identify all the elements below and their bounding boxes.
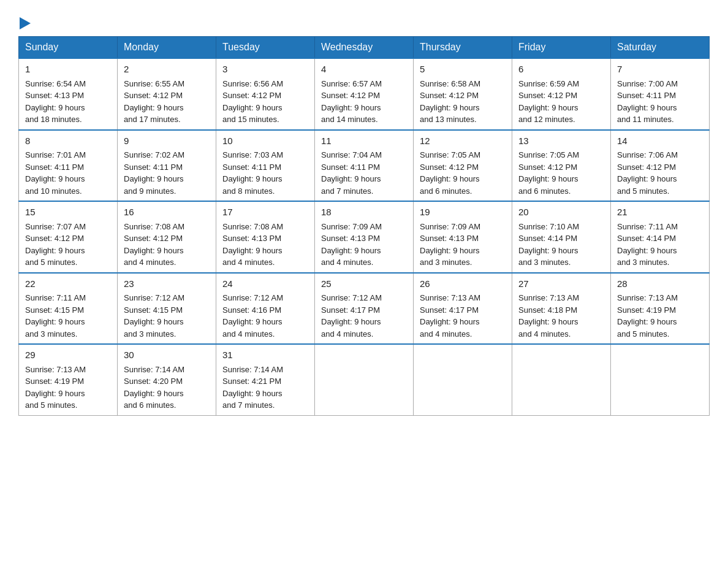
calendar-cell: 9 Sunrise: 7:02 AMSunset: 4:11 PMDayligh…: [118, 130, 216, 202]
calendar-cell: 15 Sunrise: 7:07 AMSunset: 4:12 PMDaylig…: [19, 201, 118, 273]
calendar-cell: 30 Sunrise: 7:14 AMSunset: 4:20 PMDaylig…: [118, 344, 216, 415]
day-info: Sunrise: 6:55 AMSunset: 4:12 PMDaylight:…: [124, 79, 184, 124]
calendar-cell: 12 Sunrise: 7:05 AMSunset: 4:12 PMDaylig…: [414, 130, 512, 202]
day-number: 2: [124, 63, 210, 77]
day-info: Sunrise: 7:05 AMSunset: 4:12 PMDaylight:…: [518, 150, 579, 196]
calendar-cell: 11 Sunrise: 7:04 AMSunset: 4:11 PMDaylig…: [315, 130, 414, 202]
day-info: Sunrise: 7:12 AMSunset: 4:17 PMDaylight:…: [321, 293, 382, 339]
weekday-header-friday: Friday: [512, 37, 611, 59]
day-number: 20: [518, 205, 604, 220]
day-number: 21: [617, 205, 703, 220]
day-info: Sunrise: 6:54 AMSunset: 4:13 PMDaylight:…: [25, 79, 86, 124]
day-info: Sunrise: 7:09 AMSunset: 4:13 PMDaylight:…: [321, 222, 382, 267]
calendar-cell: 8 Sunrise: 7:01 AMSunset: 4:11 PMDayligh…: [19, 130, 118, 202]
week-row-1: 1 Sunrise: 6:54 AMSunset: 4:13 PMDayligh…: [19, 58, 710, 130]
calendar-cell: 3 Sunrise: 6:56 AMSunset: 4:12 PMDayligh…: [216, 58, 315, 130]
week-row-5: 29 Sunrise: 7:13 AMSunset: 4:19 PMDaylig…: [19, 344, 710, 415]
weekday-header-thursday: Thursday: [414, 37, 512, 59]
day-info: Sunrise: 7:14 AMSunset: 4:21 PMDaylight:…: [222, 365, 283, 410]
week-row-4: 22 Sunrise: 7:11 AMSunset: 4:15 PMDaylig…: [19, 273, 710, 345]
week-row-2: 8 Sunrise: 7:01 AMSunset: 4:11 PMDayligh…: [19, 130, 710, 202]
day-number: 25: [321, 277, 407, 291]
day-info: Sunrise: 7:06 AMSunset: 4:12 PMDaylight:…: [617, 150, 678, 196]
calendar-cell: 17 Sunrise: 7:08 AMSunset: 4:13 PMDaylig…: [216, 201, 315, 273]
day-number: 27: [518, 277, 604, 291]
day-info: Sunrise: 7:03 AMSunset: 4:11 PMDaylight:…: [222, 150, 283, 196]
day-number: 26: [420, 277, 506, 291]
day-number: 12: [420, 134, 506, 148]
calendar-cell: 1 Sunrise: 6:54 AMSunset: 4:13 PMDayligh…: [19, 58, 118, 130]
day-number: 14: [617, 134, 703, 148]
day-info: Sunrise: 7:14 AMSunset: 4:20 PMDaylight:…: [124, 365, 184, 410]
calendar-cell: 19 Sunrise: 7:09 AMSunset: 4:13 PMDaylig…: [414, 201, 512, 273]
day-info: Sunrise: 7:13 AMSunset: 4:19 PMDaylight:…: [25, 365, 86, 410]
day-number: 6: [518, 63, 604, 77]
calendar-cell: 13 Sunrise: 7:05 AMSunset: 4:12 PMDaylig…: [512, 130, 611, 202]
calendar-cell: 24 Sunrise: 7:12 AMSunset: 4:16 PMDaylig…: [216, 273, 315, 345]
day-info: Sunrise: 6:59 AMSunset: 4:12 PMDaylight:…: [518, 79, 579, 124]
weekday-header-saturday: Saturday: [611, 37, 710, 59]
day-number: 7: [617, 63, 703, 77]
day-number: 11: [321, 134, 407, 148]
calendar-cell: 23 Sunrise: 7:12 AMSunset: 4:15 PMDaylig…: [118, 273, 216, 345]
day-number: 4: [321, 63, 407, 77]
day-info: Sunrise: 7:08 AMSunset: 4:12 PMDaylight:…: [124, 222, 184, 267]
day-number: 24: [222, 277, 308, 291]
svg-marker-0: [20, 17, 31, 29]
day-info: Sunrise: 7:09 AMSunset: 4:13 PMDaylight:…: [420, 222, 480, 267]
calendar-cell: 31 Sunrise: 7:14 AMSunset: 4:21 PMDaylig…: [216, 344, 315, 415]
day-info: Sunrise: 7:01 AMSunset: 4:11 PMDaylight:…: [25, 150, 86, 196]
day-number: 1: [25, 63, 111, 77]
day-number: 17: [222, 205, 308, 220]
weekday-header-wednesday: Wednesday: [315, 37, 414, 59]
calendar-cell: [315, 344, 414, 415]
day-number: 15: [25, 205, 111, 220]
calendar-cell: 27 Sunrise: 7:13 AMSunset: 4:18 PMDaylig…: [512, 273, 611, 345]
day-info: Sunrise: 6:58 AMSunset: 4:12 PMDaylight:…: [420, 79, 480, 124]
calendar-cell: 22 Sunrise: 7:11 AMSunset: 4:15 PMDaylig…: [19, 273, 118, 345]
calendar-cell: [611, 344, 710, 415]
week-row-3: 15 Sunrise: 7:07 AMSunset: 4:12 PMDaylig…: [19, 201, 710, 273]
day-number: 13: [518, 134, 604, 148]
day-number: 9: [124, 134, 210, 148]
day-info: Sunrise: 7:05 AMSunset: 4:12 PMDaylight:…: [420, 150, 480, 196]
calendar-cell: 16 Sunrise: 7:08 AMSunset: 4:12 PMDaylig…: [118, 201, 216, 273]
calendar-cell: 18 Sunrise: 7:09 AMSunset: 4:13 PMDaylig…: [315, 201, 414, 273]
logo[interactable]: [18, 17, 31, 30]
day-number: 8: [25, 134, 111, 148]
weekday-header-sunday: Sunday: [19, 37, 118, 59]
day-info: Sunrise: 7:13 AMSunset: 4:18 PMDaylight:…: [518, 293, 579, 339]
calendar-cell: 14 Sunrise: 7:06 AMSunset: 4:12 PMDaylig…: [611, 130, 710, 202]
day-number: 10: [222, 134, 308, 148]
day-info: Sunrise: 7:00 AMSunset: 4:11 PMDaylight:…: [617, 79, 678, 124]
day-number: 28: [617, 277, 703, 291]
calendar-cell: 21 Sunrise: 7:11 AMSunset: 4:14 PMDaylig…: [611, 201, 710, 273]
logo-arrow-icon: [20, 17, 31, 29]
day-info: Sunrise: 7:04 AMSunset: 4:11 PMDaylight:…: [321, 150, 382, 196]
calendar-cell: [414, 344, 512, 415]
day-number: 5: [420, 63, 506, 77]
day-info: Sunrise: 6:57 AMSunset: 4:12 PMDaylight:…: [321, 79, 382, 124]
day-info: Sunrise: 7:11 AMSunset: 4:14 PMDaylight:…: [617, 222, 678, 267]
day-info: Sunrise: 7:07 AMSunset: 4:12 PMDaylight:…: [25, 222, 86, 267]
day-info: Sunrise: 7:13 AMSunset: 4:17 PMDaylight:…: [420, 293, 480, 339]
calendar-cell: 2 Sunrise: 6:55 AMSunset: 4:12 PMDayligh…: [118, 58, 216, 130]
calendar-cell: 25 Sunrise: 7:12 AMSunset: 4:17 PMDaylig…: [315, 273, 414, 345]
day-number: 19: [420, 205, 506, 220]
calendar-cell: 4 Sunrise: 6:57 AMSunset: 4:12 PMDayligh…: [315, 58, 414, 130]
weekday-header-monday: Monday: [118, 37, 216, 59]
day-info: Sunrise: 7:08 AMSunset: 4:13 PMDaylight:…: [222, 222, 283, 267]
day-info: Sunrise: 7:12 AMSunset: 4:15 PMDaylight:…: [124, 293, 184, 339]
day-info: Sunrise: 7:12 AMSunset: 4:16 PMDaylight:…: [222, 293, 283, 339]
calendar-cell: 6 Sunrise: 6:59 AMSunset: 4:12 PMDayligh…: [512, 58, 611, 130]
day-number: 18: [321, 205, 407, 220]
weekday-header-row: SundayMondayTuesdayWednesdayThursdayFrid…: [19, 37, 710, 59]
calendar-cell: [512, 344, 611, 415]
calendar-cell: 7 Sunrise: 7:00 AMSunset: 4:11 PMDayligh…: [611, 58, 710, 130]
weekday-header-tuesday: Tuesday: [216, 37, 315, 59]
calendar-cell: 10 Sunrise: 7:03 AMSunset: 4:11 PMDaylig…: [216, 130, 315, 202]
calendar-cell: 29 Sunrise: 7:13 AMSunset: 4:19 PMDaylig…: [19, 344, 118, 415]
day-number: 31: [222, 348, 308, 362]
day-info: Sunrise: 7:02 AMSunset: 4:11 PMDaylight:…: [124, 150, 184, 196]
day-info: Sunrise: 6:56 AMSunset: 4:12 PMDaylight:…: [222, 79, 283, 124]
